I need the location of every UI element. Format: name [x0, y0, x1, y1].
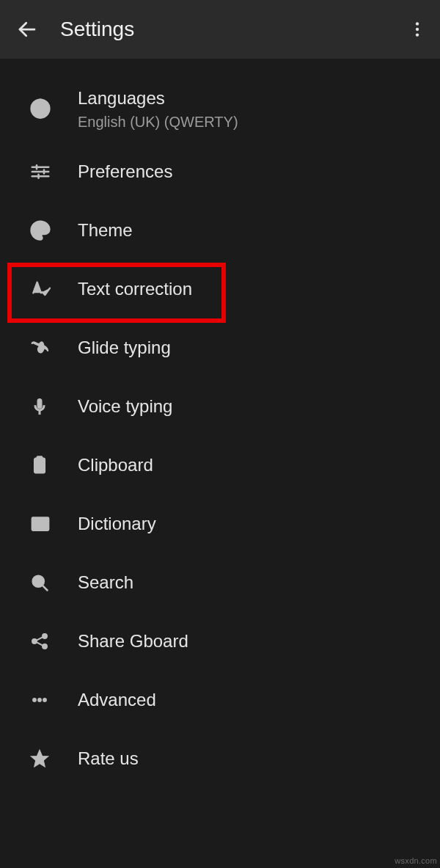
settings-item-label: Text correction [78, 277, 192, 301]
settings-item-share-gboard[interactable]: Share Gboard [0, 612, 440, 671]
svg-point-15 [43, 226, 45, 228]
text-check-icon [29, 277, 78, 301]
palette-icon [29, 219, 78, 241]
settings-item-label: Glide typing [78, 336, 171, 360]
settings-item-label: Share Gboard [78, 630, 188, 653]
page-title: Settings [60, 18, 397, 41]
svg-point-34 [38, 699, 42, 702]
svg-line-32 [37, 642, 43, 646]
watermark: wsxdn.com [395, 856, 437, 865]
settings-item-search[interactable]: Search [0, 553, 440, 612]
svg-rect-18 [39, 411, 40, 415]
settings-item-voice-typing[interactable]: Voice typing [0, 377, 440, 436]
star-icon [29, 748, 78, 769]
settings-item-text-correction[interactable]: Text correction [0, 260, 440, 318]
settings-item-clipboard[interactable]: Clipboard [0, 436, 440, 495]
settings-item-label: Voice typing [78, 395, 172, 418]
svg-point-13 [35, 228, 37, 230]
svg-point-30 [43, 644, 47, 649]
more-options-button[interactable] [397, 20, 427, 39]
svg-point-28 [32, 639, 37, 643]
back-button[interactable] [16, 18, 45, 40]
settings-item-advanced[interactable]: Advanced [0, 671, 440, 729]
settings-item-label: Rate us [78, 747, 139, 770]
settings-item-dictionary[interactable]: Dictionary [0, 495, 440, 553]
svg-point-35 [43, 699, 47, 702]
settings-list: Languages English (UK) (QWERTY) Preferen… [0, 59, 440, 788]
settings-item-label: Advanced [78, 688, 156, 712]
settings-item-preferences[interactable]: Preferences [0, 142, 440, 201]
gesture-icon [29, 337, 78, 359]
share-icon [29, 631, 78, 652]
settings-item-subtitle: English (UK) (QWERTY) [78, 114, 238, 131]
arrow-back-icon [16, 18, 38, 40]
settings-item-label: Theme [78, 219, 133, 242]
settings-item-label: Search [78, 571, 133, 594]
book-icon [29, 513, 78, 535]
search-icon [29, 572, 78, 593]
svg-line-27 [43, 586, 47, 590]
svg-point-14 [38, 225, 40, 227]
svg-point-2 [416, 28, 419, 31]
settings-item-languages[interactable]: Languages English (UK) (QWERTY) [0, 75, 440, 142]
settings-item-label: Languages [78, 87, 238, 110]
settings-item-glide-typing[interactable]: Glide typing [0, 318, 440, 377]
microphone-icon [29, 396, 78, 417]
svg-line-31 [37, 637, 43, 641]
sliders-icon [29, 161, 78, 183]
svg-rect-17 [37, 399, 42, 409]
svg-point-3 [416, 33, 419, 36]
settings-item-label: Clipboard [78, 453, 153, 477]
app-bar: Settings [0, 0, 440, 59]
clipboard-icon [29, 455, 78, 475]
settings-item-rate-us[interactable]: Rate us [0, 729, 440, 788]
svg-point-29 [43, 634, 47, 638]
more-vert-icon [408, 20, 427, 39]
svg-marker-36 [31, 750, 48, 767]
settings-item-label: Preferences [78, 160, 172, 183]
svg-point-1 [416, 22, 419, 25]
svg-point-33 [33, 699, 37, 702]
settings-item-label: Dictionary [78, 512, 156, 536]
svg-rect-20 [37, 456, 43, 460]
globe-icon [29, 98, 78, 120]
settings-item-theme[interactable]: Theme [0, 201, 440, 260]
more-horiz-icon [29, 690, 78, 710]
